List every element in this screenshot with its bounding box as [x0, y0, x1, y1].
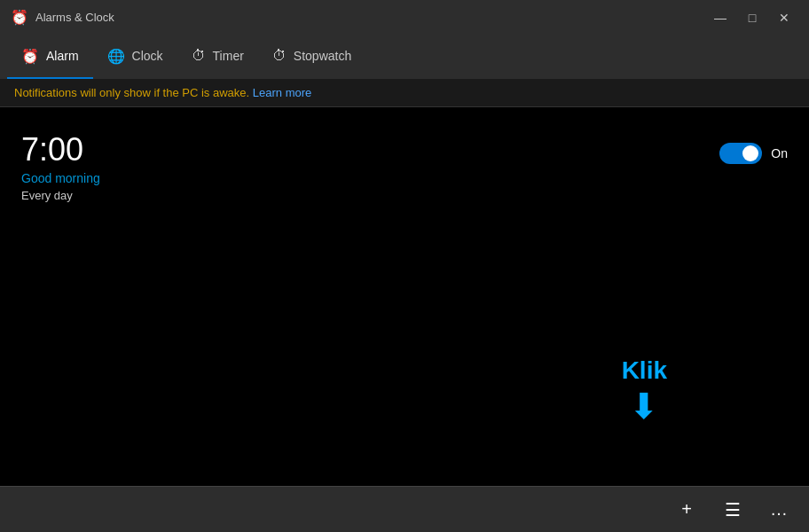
tab-alarm-label: Alarm — [46, 49, 79, 63]
alarm-item[interactable]: 7:00 Good morning Every day On — [14, 121, 795, 213]
tab-timer[interactable]: ⏱ Timer — [177, 35, 258, 79]
maximize-button[interactable]: □ — [738, 5, 766, 30]
alarm-repeat: Every day — [21, 189, 100, 202]
alarm-info: 7:00 Good morning Every day — [21, 132, 100, 202]
alarm-name: Good morning — [21, 171, 100, 185]
tab-timer-label: Timer — [213, 49, 244, 63]
app-icon: ⏰ — [11, 9, 28, 26]
notification-bar: Notifications will only show if the PC i… — [0, 79, 809, 107]
tab-clock-label: Clock — [132, 49, 163, 63]
learn-more-link[interactable]: Learn more — [253, 86, 311, 99]
list-view-button[interactable]: ☰ — [710, 487, 756, 533]
timer-icon: ⏱ — [192, 48, 206, 64]
tab-stopwatch-label: Stopwatch — [294, 49, 351, 63]
alarm-icon: ⏰ — [21, 48, 39, 65]
bottom-bar: + ☰ … — [0, 486, 809, 532]
title-bar: ⏰ Alarms & Clock — □ ✕ — [0, 0, 809, 35]
app-title: Alarms & Clock — [35, 11, 114, 24]
alarm-toggle-area[interactable]: On — [719, 143, 788, 164]
tab-stopwatch[interactable]: ⏱ Stopwatch — [258, 35, 365, 79]
close-button[interactable]: ✕ — [770, 5, 798, 30]
title-bar-controls: — □ ✕ — [706, 5, 798, 30]
minimize-button[interactable]: — — [706, 5, 734, 30]
alarm-time: 7:00 — [21, 132, 100, 168]
tab-clock[interactable]: 🌐 Clock — [93, 35, 177, 79]
more-options-button[interactable]: … — [756, 487, 802, 533]
toggle-label: On — [771, 146, 788, 160]
klik-label: Klik — [622, 356, 667, 385]
klik-annotation: Klik ⬇ — [622, 356, 667, 424]
klik-arrow-icon: ⬇ — [629, 388, 659, 424]
notification-text: Notifications will only show if the PC i… — [14, 86, 249, 99]
clock-icon: 🌐 — [107, 48, 125, 65]
add-alarm-button[interactable]: + — [664, 487, 710, 533]
nav-bar: ⏰ Alarm 🌐 Clock ⏱ Timer ⏱ Stopwatch — [0, 35, 809, 79]
main-content: 7:00 Good morning Every day On Klik ⬇ — [0, 107, 809, 486]
tab-alarm[interactable]: ⏰ Alarm — [7, 35, 93, 79]
stopwatch-icon: ⏱ — [272, 48, 287, 64]
alarm-toggle[interactable] — [719, 143, 762, 164]
title-bar-left: ⏰ Alarms & Clock — [11, 9, 114, 26]
